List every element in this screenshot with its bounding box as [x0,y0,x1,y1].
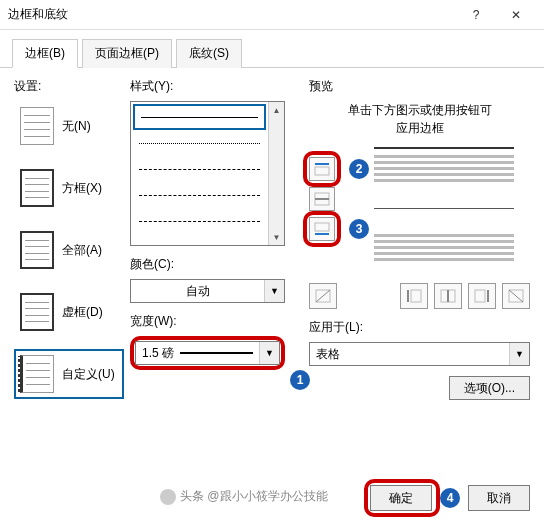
style-option[interactable] [133,182,266,208]
chevron-down-icon: ▼ [264,280,284,302]
chevron-down-icon: ▼ [259,342,279,364]
svg-rect-3 [315,198,329,200]
border-diag-button[interactable] [309,283,337,309]
svg-line-15 [509,290,523,302]
setting-custom[interactable]: 自定义(U) [14,349,124,399]
style-option[interactable] [133,104,266,130]
callout-number: 2 [349,159,369,179]
tab-bar: 边框(B) 页面边框(P) 底纹(S) [0,30,544,68]
scroll-up-icon[interactable]: ▲ [269,102,284,118]
width-highlight: 1.5 磅 ▼ [130,336,285,370]
border-vmid-button[interactable] [434,283,462,309]
avatar-icon [160,489,176,505]
dialog-footer: 确定 4 取消 [370,485,530,511]
cancel-button[interactable]: 取消 [468,485,530,511]
width-combo[interactable]: 1.5 磅 ▼ [135,341,280,365]
setting-none[interactable]: 无(N) [14,101,124,151]
none-icon [20,107,54,145]
svg-rect-8 [407,290,409,302]
callout-ring [303,151,341,187]
callout-number: 1 [290,370,310,390]
tab-border[interactable]: 边框(B) [12,39,78,68]
settings-column: 设置: 无(N) 方框(X) 全部(A) 虚框(D) 自定义(U) [14,78,124,411]
attribution: 头条 @跟小小筱学办公技能 [160,488,328,505]
dashed-icon [20,293,54,331]
border-right-button[interactable] [468,283,496,309]
svg-line-7 [316,290,330,302]
close-button[interactable]: ✕ [496,0,536,30]
preview-bottom-buttons [309,283,530,309]
callout-number: 3 [349,219,369,239]
style-option[interactable] [133,208,266,234]
dialog-title: 边框和底纹 [8,6,456,23]
help-button[interactable]: ? [456,0,496,30]
svg-rect-9 [411,290,421,302]
custom-icon [20,355,54,393]
style-option[interactable] [133,130,266,156]
options-button[interactable]: 选项(O)... [449,376,530,400]
color-combo[interactable]: 自动 ▼ [130,279,285,303]
border-diag2-button[interactable] [502,283,530,309]
preview-column: 预览 单击下方图示或使用按钮可应用边框 2 3 [309,78,530,411]
callout-ring [303,211,341,247]
apply-combo[interactable]: 表格 ▼ [309,342,530,366]
style-column: 样式(Y): ▲ ▼ 颜色(C): 自动 ▼ 宽度(W): 1.5 磅 [130,78,285,411]
width-label: 宽度(W): [130,313,285,330]
setting-dashed[interactable]: 虚框(D) [14,287,124,337]
style-listbox[interactable]: ▲ ▼ [130,101,285,246]
svg-rect-12 [475,290,485,302]
setting-box[interactable]: 方框(X) [14,163,124,213]
setting-all[interactable]: 全部(A) [14,225,124,275]
box-icon [20,169,54,207]
preview-doc[interactable] [374,147,514,267]
style-label: 样式(Y): [130,78,285,95]
border-left-button[interactable] [400,283,428,309]
border-hmid-button[interactable] [309,187,335,211]
preview-area: 2 3 [309,147,530,277]
scroll-down-icon[interactable]: ▼ [269,229,284,245]
color-label: 颜色(C): [130,256,285,273]
preview-hint: 单击下方图示或使用按钮可应用边框 [309,101,530,137]
style-option[interactable] [133,156,266,182]
svg-rect-13 [487,290,489,302]
apply-label: 应用于(L): [309,319,530,336]
chevron-down-icon: ▼ [509,343,529,365]
settings-label: 设置: [14,78,124,95]
callout-ring [364,479,440,517]
tab-shading[interactable]: 底纹(S) [176,39,242,68]
callout-number: 4 [440,488,460,508]
preview-label: 预览 [309,78,530,95]
titlebar: 边框和底纹 ? ✕ [0,0,544,30]
svg-rect-11 [447,290,449,302]
all-icon [20,231,54,269]
scrollbar[interactable]: ▲ ▼ [268,102,284,245]
tab-page-border[interactable]: 页面边框(P) [82,39,172,68]
